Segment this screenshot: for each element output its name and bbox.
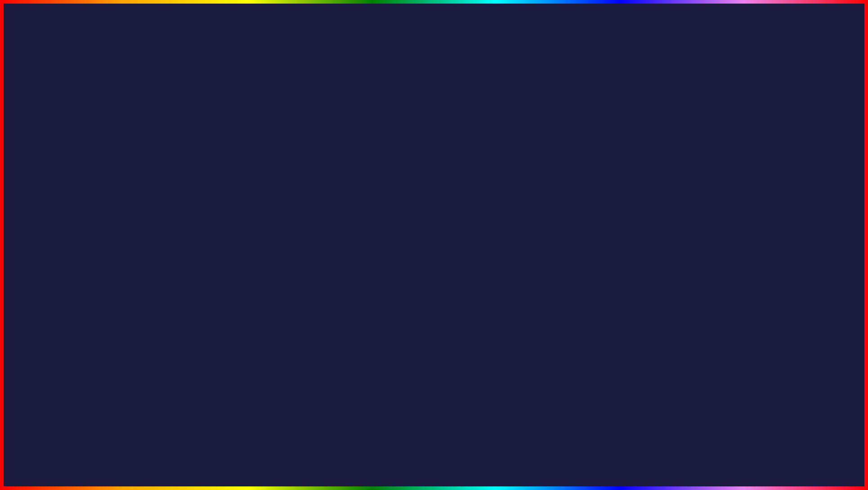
auto-farm-level-right[interactable]: ✓: [789, 257, 797, 265]
panel-right-content: Select Fast Attack Mode Fast Attack Mode…: [600, 161, 804, 284]
fast-attack-arrow: ▼: [788, 173, 793, 179]
title-fruits: FRUITS: [435, 13, 659, 72]
blue-aura: [225, 45, 540, 360]
popup-box: Mystic Island Mirage Is Not Spawned! Moo…: [139, 238, 288, 298]
popup-moon-sub: Full Moon 50%: [148, 276, 279, 283]
panel-left-item-select-door[interactable]: Select Door Select... ▼: [62, 196, 262, 215]
script-title: SCRIPT: [373, 411, 538, 463]
popup-mystic-sub: Mirage Is Not Spawned!: [148, 255, 279, 262]
logo-bl: BL: [743, 416, 776, 443]
hand-icon-temple: 👆: [246, 181, 255, 191]
auto-farm-title: AUTO FARM: [97, 411, 364, 463]
weapon-right[interactable]: Melee ▼: [769, 213, 797, 223]
logo-fruits: FRUITS: [743, 443, 823, 468]
panel-right-item-weapon[interactable]: Select Weapon Select Weapon For Auto Far…: [600, 207, 804, 230]
panel-right-url: https://github.com/Efes0626/VoidHub/main…: [600, 151, 804, 161]
teleport-temple-label: Teleport Temple Of Time: [68, 182, 136, 189]
panel-right-item-cooldown[interactable]: Attack Cooldown Type something ✏: [600, 187, 804, 207]
panel-right-header: 🌙 Void Hub ✕: [600, 138, 804, 151]
popup-moon-title: Moon Status: [148, 268, 279, 276]
panel-left-close[interactable]: ✕: [252, 142, 257, 148]
popup-item-mystic: Mystic Island Mirage Is Not Spawned!: [148, 247, 279, 262]
weapon-label: Select Weapon: [606, 211, 674, 218]
fast-attack-dropdown[interactable]: Normal Fast Attack ▼: [740, 171, 797, 181]
score-bar: [13, 371, 49, 377]
auto-farm-left: Auto Farm Auto Kill Mobs.: [606, 234, 639, 248]
panel-left-item-teleport-temple[interactable]: Teleport Temple Of Time 👆: [62, 176, 262, 196]
panel-left-title: 🌙 Void Hub: [67, 141, 102, 148]
fast-attack-label: Select Fast Attack Mode: [606, 169, 681, 176]
panel-left-title-text: Void Hub: [77, 142, 102, 148]
panel-right-title: 🌙 Void Hub: [604, 141, 640, 148]
panel-right: 🌙 Void Hub ✕ https://github.com/Efes0626…: [598, 137, 805, 285]
weapon-arrow: ▼: [788, 215, 793, 221]
teleport-door-right: 👆: [246, 219, 255, 229]
panel-right-close[interactable]: ✕: [794, 142, 799, 148]
fast-attack-value: Normal Fast Attack: [744, 173, 786, 178]
weapon-value: Melee: [773, 215, 786, 221]
auto-farm-level-label: Auto Farm Level/Mob: [606, 258, 666, 265]
score-num-2: 12345: [13, 377, 49, 388]
cooldown-input[interactable]: Type something ✏: [748, 192, 797, 202]
moon-icon-left: 🌙: [67, 141, 74, 148]
score-display: 0,606 12345 123: [13, 359, 49, 400]
weapon-dropdown[interactable]: Melee ▼: [769, 213, 797, 223]
fast-attack-sub: Fast Attack Modes For Set Speed.: [606, 177, 681, 183]
panel-right-item-fast-attack[interactable]: Select Fast Attack Mode Fast Attack Mode…: [600, 165, 804, 187]
skull-icon: ☠: [776, 419, 792, 440]
popup-item-moon: Moon Status Full Moon 50%: [148, 268, 279, 283]
fast-attack-right[interactable]: Normal Fast Attack ▼: [740, 171, 797, 181]
panel-right-item-auto-farm[interactable]: Auto Farm Auto Kill Mobs.: [600, 230, 804, 253]
select-door-value: Select...: [226, 202, 244, 208]
bottom-text: AUTO FARM SCRIPT PASTEBIN: [0, 411, 868, 463]
pastebin-title: PASTEBIN: [547, 411, 771, 463]
panel-right-version: Version Pc: [600, 270, 804, 281]
moon-icon-right: 🌙: [604, 141, 612, 148]
main-title: BLOX FRUITS: [0, 13, 868, 72]
panel-right-title-text: Void Hub: [614, 142, 640, 148]
safezone-cybo-label: Teleport To Safe Zone [Cybo: [68, 239, 148, 246]
panel-right-item-auto-farm-level[interactable]: Auto Farm Level/Mob ✓: [600, 253, 804, 270]
logo-x: X: [792, 416, 809, 443]
auto-farm-sub: Auto Kill Mobs.: [606, 242, 639, 248]
logo-bottom-right: BL ☠ X FRUITS: [743, 416, 823, 468]
check-icon: ✓: [791, 258, 796, 264]
weapon-left: Select Weapon Select Weapon For Auto Far…: [606, 211, 674, 225]
score-num-3: 123: [13, 388, 49, 400]
weapon-sub: Select Weapon For Auto Farm.: [606, 219, 674, 225]
panel-left-info: Teleport To Temple Of Time For Use All O…: [62, 165, 262, 176]
popup-mystic-title: Mystic Island: [148, 247, 279, 255]
fast-attack-left: Select Fast Attack Mode Fast Attack Mode…: [606, 169, 681, 183]
teleport-door-label: Teleport Door: [68, 221, 106, 228]
safezone-label: Teleport To Safe Zone: [68, 255, 130, 263]
cooldown-label: Attack Cooldown: [606, 193, 653, 200]
select-door-dropdown[interactable]: Select... ▼: [222, 200, 255, 210]
cooldown-right[interactable]: Type something ✏: [748, 192, 797, 202]
select-door-arrow: ▼: [246, 202, 251, 208]
auto-farm-level-checkbox[interactable]: ✓: [789, 257, 797, 265]
score-num-1: 0,606: [13, 359, 49, 370]
select-door-label: Select Door: [68, 201, 101, 209]
cooldown-placeholder: Type something: [752, 194, 787, 200]
panel-left-header: 🌙 Void Hub ✕: [62, 138, 262, 151]
hand-icon-door: 👆: [246, 219, 255, 229]
panel-left-item-teleport-door[interactable]: Teleport Door 👆: [62, 215, 262, 234]
select-door-right[interactable]: Select... ▼: [222, 200, 255, 210]
auto-farm-label: Auto Farm: [606, 234, 639, 241]
edit-icon-cooldown: ✏: [789, 194, 793, 200]
teleport-temple-right: 👆: [246, 181, 255, 191]
panel-left-url: https://github.com/Efes0626/VoidHub/main…: [62, 151, 262, 161]
title-blox: BLOX: [209, 13, 380, 72]
